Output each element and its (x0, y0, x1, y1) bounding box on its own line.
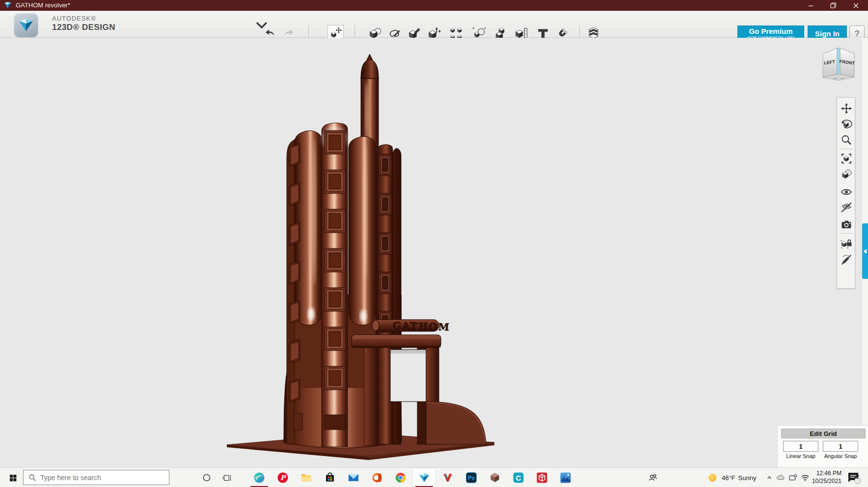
brand-text: AUTODESK® 123D® DESIGN (52, 15, 115, 32)
taskbar-app-cura[interactable]: C (507, 468, 530, 487)
edit-grid-label: Edit Grid (810, 430, 837, 437)
taskbar-clock[interactable]: 12:46 PM 10/25/2021 (811, 470, 841, 485)
taskbar-search[interactable] (23, 470, 169, 485)
screenshot-icon[interactable] (841, 218, 852, 230)
photoshop-glyph: Ps (468, 475, 474, 481)
wifi-icon[interactable] (800, 468, 810, 487)
zoom-icon[interactable] (841, 134, 852, 146)
screen: GATHOM revolver* AUTODESK® 123D® DESIGN (0, 0, 868, 487)
pan-icon[interactable] (841, 103, 852, 114)
orbit-icon[interactable] (841, 118, 852, 130)
taskbar-app-photoshop[interactable]: Ps (460, 468, 483, 487)
app-icon (4, 1, 12, 9)
clock-date: 10/25/2021 (811, 478, 841, 486)
windows-taskbar: P (0, 467, 868, 487)
main-toolbar: AUTODESK® 123D® DESIGN (0, 11, 868, 38)
start-button[interactable] (4, 468, 22, 487)
model-entrance (352, 335, 486, 446)
clock-time: 12:46 PM (811, 470, 841, 478)
taskbar-app-office[interactable] (365, 468, 389, 487)
notification-center-button[interactable]: 2 (846, 468, 861, 487)
view-cube[interactable]: LEFT FRONT (819, 44, 858, 81)
taskbar-app-viewer[interactable] (436, 468, 460, 487)
3d-viewport[interactable]: GATHOM LEFT FRONT (0, 38, 868, 467)
model-gathom-building[interactable]: GATHOM (216, 44, 511, 471)
weather-text[interactable]: 46°F Sunny (722, 468, 756, 487)
grid-visibility-icon[interactable] (841, 202, 852, 214)
collapsed-panel-tab[interactable] (862, 223, 868, 279)
fit-icon[interactable] (841, 153, 852, 164)
notification-badge: 2 (856, 474, 859, 480)
edit-grid-panel: Edit Grid Linear Snap Angular Snap (777, 425, 868, 467)
shading-icon[interactable] (841, 168, 852, 180)
weather-icon[interactable] (707, 468, 718, 487)
taskbar-app-123d-design[interactable] (412, 468, 436, 487)
taskbar-app-chrome[interactable] (389, 468, 412, 487)
autodesk-123d-logo-icon[interactable] (14, 13, 38, 37)
cura-glyph: C (516, 474, 521, 482)
taskbar-app-photos[interactable] (554, 468, 577, 487)
angular-snap-label: Angular Snap (821, 453, 860, 459)
nav-separator (840, 233, 853, 234)
search-input[interactable] (40, 474, 158, 482)
cortana-button[interactable] (198, 468, 216, 487)
brand-autodesk: AUTODESK® (52, 15, 115, 23)
model-sign-text: GATHOM (393, 320, 450, 333)
window-title: GATHOM revolver* (16, 1, 70, 9)
tray-chevron-icon[interactable] (765, 468, 774, 487)
taskbar-app-file-explorer[interactable] (295, 468, 318, 487)
linear-snap-label: Linear Snap (781, 453, 820, 459)
model-sign: GATHOM (372, 320, 450, 333)
people-button[interactable] (644, 468, 662, 487)
sign-in-label: Sign In (815, 30, 840, 38)
angular-snap-input[interactable] (823, 441, 858, 452)
meet-now-icon[interactable] (788, 468, 798, 487)
close-button[interactable] (847, 0, 864, 11)
sketch-visibility-icon[interactable] (841, 254, 852, 266)
go-premium-label: Go Premium (749, 27, 792, 36)
onedrive-icon[interactable] (776, 468, 786, 487)
minimize-button[interactable] (802, 0, 819, 11)
lock-icon[interactable] (841, 237, 852, 249)
visibility-icon[interactable] (841, 186, 852, 198)
taskbar-app-edge[interactable] (247, 468, 271, 487)
search-icon (28, 474, 36, 482)
linear-snap-input[interactable] (783, 441, 818, 452)
brand-product: 123D® DESIGN (52, 23, 115, 32)
nav-separator (840, 149, 853, 149)
navigation-toolbar (837, 97, 855, 289)
weather-temp: 46°F (722, 474, 735, 482)
pinterest-glyph: P (280, 474, 286, 482)
panel-expand-arrow-icon (864, 249, 867, 254)
help-label: ? (855, 29, 859, 39)
taskbar-app-3d-viewer[interactable] (530, 468, 554, 487)
taskbar-app-store[interactable] (318, 468, 342, 487)
restore-button[interactable] (825, 0, 841, 11)
title-bar: GATHOM revolver* (0, 0, 868, 11)
taskbar-app-pinterest[interactable]: P (271, 468, 295, 487)
taskbar-app-mail[interactable] (342, 468, 365, 487)
weather-condition: Sunny (738, 474, 757, 482)
taskbar-app-3d-builder[interactable] (483, 468, 507, 487)
edit-grid-button[interactable]: Edit Grid (781, 429, 866, 438)
task-view-button[interactable] (218, 468, 236, 487)
